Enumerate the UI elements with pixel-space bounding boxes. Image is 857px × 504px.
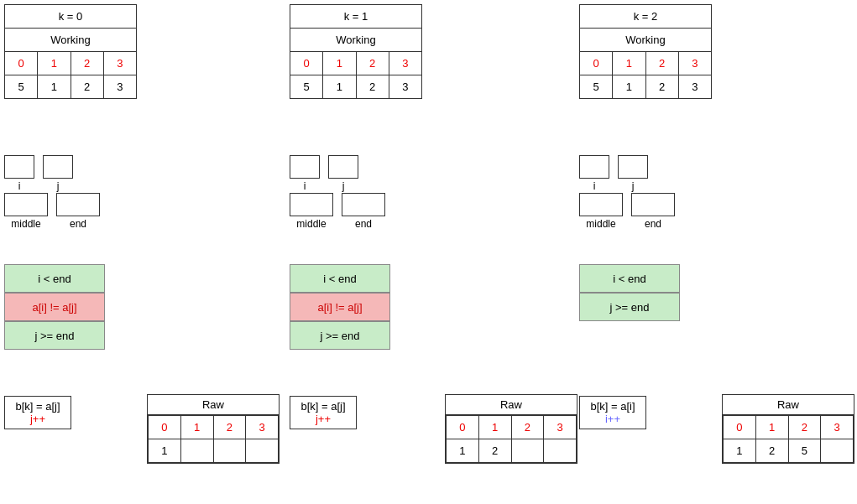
- col1-idx-1: 1: [323, 52, 356, 75]
- col0-var-j-label: j: [57, 180, 60, 192]
- raw-col1-val-3: [246, 439, 279, 463]
- raw-col3-val-1: 2: [755, 439, 788, 463]
- col0-var-middle-group: middle: [4, 193, 48, 230]
- col1-working-table: k = 1 Working 0 1 2 3 5 1 2 3: [290, 4, 422, 99]
- col1-var-i-val: [290, 155, 320, 179]
- col1-idx-3: 3: [389, 52, 421, 75]
- raw-col3-val-2: 5: [788, 439, 821, 463]
- col1-var-i-label: i: [304, 180, 306, 192]
- col1-var-end-group: end: [342, 193, 385, 230]
- raw-col2-title: Raw: [446, 395, 577, 415]
- col1-val-0: 5: [290, 75, 323, 99]
- col1-val-3: 3: [389, 75, 421, 99]
- col0-val-1: 1: [38, 75, 71, 99]
- col0-idx-3: 3: [103, 52, 136, 75]
- col0-var-end-label: end: [70, 218, 86, 230]
- col2-assign: b[k] = a[i] i++: [579, 396, 646, 429]
- col2-var-section: i j: [579, 155, 648, 192]
- col2-idx-0: 0: [580, 52, 613, 75]
- col2-var-sub-section: middle end: [579, 193, 675, 230]
- col0-working-table: k = 0 Working 0 1 2 3 5 1 2 3: [4, 4, 137, 99]
- col0-cond-1: i < end: [4, 264, 105, 293]
- col1-assign: b[k] = a[j] j++: [290, 396, 357, 429]
- col2-var-end-val: [631, 193, 675, 216]
- col2-working-container: k = 2 Working 0 1 2 3 5 1 2 3: [579, 4, 712, 99]
- raw-between-col0-col1: Raw 0 1 2 3 1: [147, 394, 280, 464]
- raw-col2-idx-0: 0: [447, 416, 479, 439]
- raw-between-col1-col2: Raw 0 1 2 3 1 2: [445, 394, 577, 464]
- col2-assign-line2: i++: [587, 413, 639, 425]
- raw-after-col2: Raw 0 1 2 3 1 2 5: [722, 394, 854, 464]
- col1-var-j-label: j: [342, 180, 345, 192]
- col1-var-end-label: end: [355, 218, 372, 230]
- col0-var-i-val: [4, 155, 34, 179]
- col0-var-j-val: [43, 155, 73, 179]
- col0-var-j-group: j: [43, 155, 73, 192]
- col2-var-middle-val: [579, 193, 623, 216]
- col2-idx-1: 1: [613, 52, 645, 75]
- col2-idx-3: 3: [678, 52, 711, 75]
- raw-col1-val-2: [213, 439, 246, 463]
- col2-var-j-group: j: [618, 155, 648, 192]
- raw-col1-val-1: [180, 439, 213, 463]
- col2-var-j-val: [618, 155, 648, 179]
- col0-var-i-group: i: [4, 155, 34, 192]
- col0-var-end-val: [56, 193, 100, 216]
- col0-var-section: i j: [4, 155, 73, 192]
- col2-var-i-label: i: [593, 180, 596, 192]
- col0-idx-0: 0: [5, 52, 38, 75]
- col2-k-label: k = 2: [580, 5, 712, 29]
- col1-var-section: i j: [290, 155, 358, 192]
- col0-var-middle-label: middle: [11, 218, 40, 230]
- col0-cond-section: i < end a[i] != a[j] j >= end: [4, 264, 105, 350]
- raw-col3-val-0: 1: [724, 439, 756, 463]
- col0-val-2: 2: [71, 75, 103, 99]
- col0-working-container: k = 0 Working 0 1 2 3 5 1 2 3: [4, 4, 137, 99]
- raw-col3-idx-0: 0: [724, 416, 756, 439]
- col1-var-middle-label: middle: [296, 218, 326, 230]
- col0-assign: b[k] = a[j] j++: [4, 396, 71, 429]
- col0-val-3: 3: [103, 75, 136, 99]
- col0-var-end-group: end: [56, 193, 100, 230]
- raw-col2-idx-1: 1: [478, 416, 511, 439]
- col0-var-sub-section: middle end: [4, 193, 100, 230]
- col2-var-j-label: j: [632, 180, 635, 192]
- col1-k-label: k = 1: [290, 5, 422, 29]
- col1-var-sub-section: middle end: [290, 193, 385, 230]
- col1-working-label: Working: [290, 29, 422, 52]
- raw-col3-title: Raw: [723, 395, 854, 415]
- raw-col2-val-2: [511, 439, 544, 463]
- col2-var-middle-group: middle: [579, 193, 623, 230]
- col1-val-2: 2: [356, 75, 389, 99]
- col1-cond-1: i < end: [290, 264, 390, 293]
- col0-var-i-label: i: [18, 180, 21, 192]
- raw-col2-val-0: 1: [447, 439, 479, 463]
- col1-cond-3: j >= end: [290, 321, 390, 350]
- col2-var-end-group: end: [631, 193, 675, 230]
- col0-idx-1: 1: [38, 52, 71, 75]
- raw-col3-idx-3: 3: [821, 416, 854, 439]
- col2-var-i-group: i: [579, 155, 609, 192]
- raw-col3-val-3: [821, 439, 854, 463]
- raw-col2-idx-3: 3: [544, 416, 577, 439]
- raw-col1-val-0: 1: [149, 439, 181, 463]
- col2-working-label: Working: [580, 29, 712, 52]
- col2-assign-line1: b[k] = a[i]: [587, 400, 639, 413]
- col1-var-j-val: [328, 155, 358, 179]
- raw-col1-title: Raw: [148, 395, 279, 415]
- col0-assign-line2: j++: [12, 413, 64, 425]
- raw-col1-idx-2: 2: [213, 416, 246, 439]
- col2-val-2: 2: [645, 75, 678, 99]
- col2-idx-2: 2: [645, 52, 678, 75]
- raw-col1-idx-1: 1: [180, 416, 213, 439]
- col2-val-3: 3: [678, 75, 711, 99]
- col0-idx-2: 2: [71, 52, 103, 75]
- col1-cond-2: a[i] != a[j]: [290, 293, 390, 321]
- raw-col1-idx-3: 3: [246, 416, 279, 439]
- col2-cond-2: j >= end: [579, 293, 680, 321]
- col1-var-j-group: j: [328, 155, 358, 192]
- col1-idx-2: 2: [356, 52, 389, 75]
- col1-var-i-group: i: [290, 155, 320, 192]
- raw-col2-val-3: [544, 439, 577, 463]
- col0-val-0: 5: [5, 75, 38, 99]
